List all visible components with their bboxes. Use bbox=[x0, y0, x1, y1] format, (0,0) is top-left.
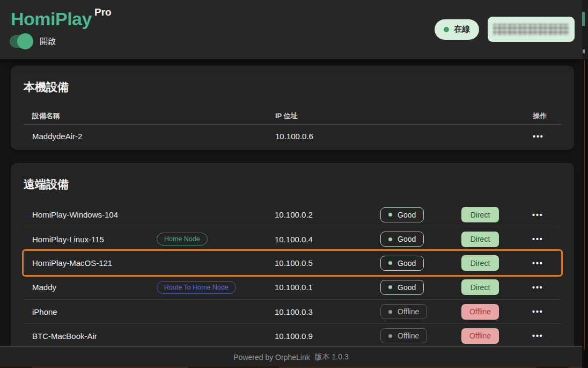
status-badge: Offline bbox=[380, 304, 427, 319]
status-dot-icon bbox=[388, 237, 392, 241]
online-status-badge: 在線 bbox=[435, 19, 479, 40]
row-menu-button[interactable]: ••• bbox=[532, 257, 561, 270]
status-label: Good bbox=[398, 235, 416, 243]
row-menu-button[interactable]: ••• bbox=[533, 130, 561, 143]
local-devices-card: 本機設備 設備名稱 IP 位址 操作 MaddydeAir-2 10.100.0… bbox=[11, 66, 574, 150]
device-row-maddy[interactable]: Maddy Route To Home Node 10.100.0.1 Good… bbox=[24, 275, 561, 299]
device-ip: 10.100.0.1 bbox=[275, 283, 380, 292]
device-tag-slot: Route To Home Node bbox=[157, 281, 275, 294]
status-label: Good bbox=[398, 259, 416, 268]
screen-right-edge-strip bbox=[582, 0, 588, 368]
service-toggle-switch[interactable] bbox=[10, 35, 32, 48]
row-menu-button[interactable]: ••• bbox=[532, 281, 561, 294]
app-header: HomiPlayPro 開啟 在線 bbox=[0, 0, 582, 59]
column-device-name: 設備名稱 bbox=[24, 111, 275, 121]
device-name: HomiPlay-Windows-104 bbox=[24, 210, 157, 219]
row-menu-button[interactable]: ••• bbox=[532, 208, 561, 221]
service-toggle-row: 開啟 bbox=[10, 33, 56, 49]
route-to-home-node-tag: Route To Home Node bbox=[157, 281, 236, 294]
edge-artifact bbox=[582, 12, 585, 26]
pro-badge: Pro bbox=[94, 6, 112, 18]
status-label: Offline bbox=[398, 307, 419, 316]
row-menu-button[interactable]: ••• bbox=[532, 305, 561, 318]
app-footer: Powered by OrpheLink 版本 1.0.3 bbox=[0, 346, 582, 368]
remote-devices-card: 遠端設備 HomiPlay-Windows-104 10.100.0.2 Goo… bbox=[11, 163, 574, 346]
connection-button[interactable]: Offline bbox=[461, 328, 499, 344]
edge-artifact bbox=[583, 49, 585, 53]
powered-by-text: Powered by OrpheLink bbox=[233, 353, 310, 362]
status-label: Good bbox=[398, 283, 416, 292]
status-dot-icon bbox=[388, 261, 392, 265]
connection-button[interactable]: Direct bbox=[461, 255, 499, 271]
row-menu-button[interactable]: ••• bbox=[532, 233, 561, 246]
app-window: HomiPlayPro 開啟 在線 本機設備 設備名稱 IP 位址 操作 bbox=[0, 0, 582, 368]
status-cell: Offline bbox=[380, 328, 461, 343]
status-cell: Good bbox=[380, 207, 461, 222]
toggle-label: 開啟 bbox=[40, 37, 56, 47]
connection-cell: Direct bbox=[461, 255, 532, 271]
status-cell: Good bbox=[380, 232, 461, 247]
status-badge: Good bbox=[380, 207, 424, 222]
device-row-homiplay-linux-115[interactable]: HomiPlay-Linux-115 Home Node 10.100.0.4 … bbox=[24, 227, 561, 251]
status-dot-icon bbox=[388, 285, 392, 289]
status-cell: Offline bbox=[380, 304, 461, 319]
device-ip: 10.100.0.9 bbox=[275, 331, 380, 341]
version-text: 版本 1.0.3 bbox=[315, 352, 349, 362]
device-name: Maddy bbox=[24, 283, 157, 292]
connection-cell: Direct bbox=[461, 207, 532, 222]
connection-cell: Offline bbox=[461, 328, 532, 344]
status-dot-icon bbox=[388, 334, 392, 338]
device-row-iphone[interactable]: iPhone 10.100.0.3 Offline Offline ••• bbox=[24, 299, 561, 323]
connection-button[interactable]: Direct bbox=[461, 207, 499, 222]
device-ip: 10.100.0.4 bbox=[275, 235, 380, 244]
device-ip: 10.100.0.6 bbox=[275, 132, 533, 141]
column-actions: 操作 bbox=[533, 111, 561, 121]
app-logo: HomiPlay bbox=[11, 9, 92, 29]
status-badge: Good bbox=[380, 232, 424, 247]
local-table-header: 設備名稱 IP 位址 操作 bbox=[24, 108, 561, 125]
redacted-address bbox=[493, 24, 569, 35]
connection-button[interactable]: Direct bbox=[461, 232, 499, 247]
device-name: iPhone bbox=[24, 307, 157, 316]
main-content: 本機設備 設備名稱 IP 位址 操作 MaddydeAir-2 10.100.0… bbox=[0, 59, 582, 346]
device-name: BTC-MacBook-Air bbox=[24, 331, 157, 341]
header-right: 在線 bbox=[435, 17, 575, 42]
local-devices-title: 本機設備 bbox=[24, 80, 561, 95]
home-node-tag: Home Node bbox=[157, 233, 208, 246]
device-name: HomiPlay-MacOS-121 bbox=[24, 258, 157, 268]
brand: HomiPlayPro bbox=[11, 6, 112, 30]
device-name: HomiPlay-Linux-115 bbox=[24, 235, 157, 244]
status-badge: Good bbox=[380, 256, 424, 271]
device-name: MaddydeAir-2 bbox=[24, 132, 275, 141]
connection-button[interactable]: Offline bbox=[461, 304, 499, 320]
edge-artifact-line bbox=[584, 60, 585, 350]
device-row-homiplay-macos-121-selected[interactable]: HomiPlay-MacOS-121 10.100.0.5 Good Direc… bbox=[24, 251, 561, 275]
status-label: Good bbox=[398, 211, 416, 219]
online-dot-icon bbox=[444, 27, 449, 32]
toggle-knob bbox=[17, 33, 33, 49]
device-ip: 10.100.0.2 bbox=[275, 210, 380, 219]
status-badge: Good bbox=[380, 280, 424, 295]
status-badge: Offline bbox=[380, 328, 427, 343]
connection-cell: Offline bbox=[461, 304, 532, 320]
device-tag-slot: Home Node bbox=[157, 233, 275, 246]
device-ip: 10.100.0.3 bbox=[275, 307, 380, 316]
row-menu-button[interactable]: ••• bbox=[532, 329, 561, 342]
device-row-homiplay-windows-104[interactable]: HomiPlay-Windows-104 10.100.0.2 Good Dir… bbox=[24, 203, 561, 227]
status-label: Offline bbox=[398, 331, 419, 340]
connection-button[interactable]: Direct bbox=[461, 279, 499, 295]
status-dot-icon bbox=[388, 310, 392, 314]
status-cell: Good bbox=[380, 280, 461, 295]
column-ip: IP 位址 bbox=[275, 111, 533, 121]
status-cell: Good bbox=[380, 256, 461, 271]
remote-device-list: HomiPlay-Windows-104 10.100.0.2 Good Dir… bbox=[24, 203, 561, 348]
device-row-btc-macbook-air[interactable]: BTC-MacBook-Air 10.100.0.9 Offline Offli… bbox=[24, 323, 561, 348]
connection-cell: Direct bbox=[461, 232, 532, 247]
device-ip: 10.100.0.5 bbox=[275, 258, 380, 268]
server-address-box[interactable] bbox=[488, 17, 575, 42]
online-status-label: 在線 bbox=[454, 24, 470, 34]
local-device-row[interactable]: MaddydeAir-2 10.100.0.6 ••• bbox=[24, 125, 561, 148]
connection-cell: Direct bbox=[461, 279, 532, 295]
status-dot-icon bbox=[388, 213, 392, 217]
remote-devices-title: 遠端設備 bbox=[24, 177, 561, 192]
